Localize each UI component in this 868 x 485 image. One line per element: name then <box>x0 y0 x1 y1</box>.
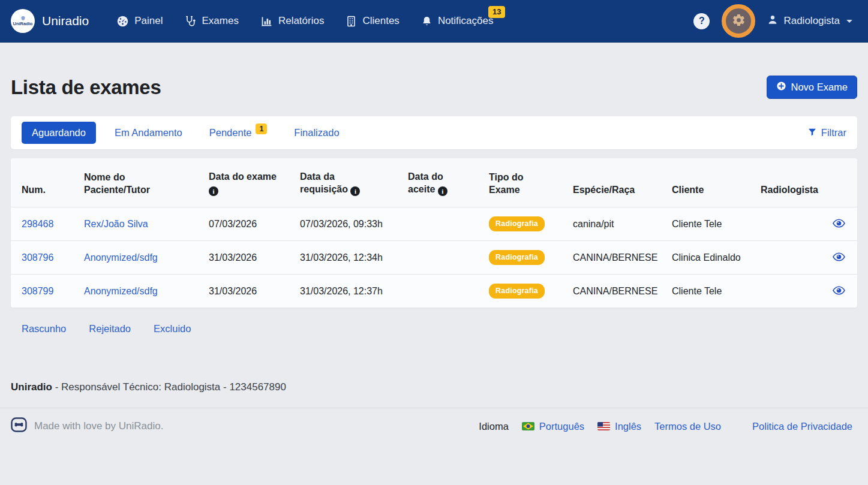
info-icon[interactable]: i <box>438 186 447 196</box>
logo-text: UniRadio <box>13 22 33 26</box>
info-icon[interactable]: i <box>209 186 218 196</box>
client: Cliente Tele <box>661 275 750 308</box>
accept-date <box>397 241 478 275</box>
request-date: 07/03/2026, 09:33h <box>289 207 397 241</box>
page-title: Lista de exames <box>11 76 161 99</box>
nav-label: Painel <box>134 15 163 27</box>
nav-item-relatorios[interactable]: Relatórios <box>260 15 325 28</box>
footer-links: Idioma Português Inglês Termos de Uso Po… <box>479 421 852 432</box>
table-row: 308796 Anonymized/sdfg 31/03/2026 31/03/… <box>11 241 857 275</box>
privacy-policy-link[interactable]: Politica de Privacidade <box>752 421 852 432</box>
table-header-row: Num. Nome do Paciente/Tutor Data do exam… <box>11 158 857 207</box>
filter-button[interactable]: Filtrar <box>807 127 846 139</box>
nav-label: Clientes <box>362 15 399 27</box>
eye-icon <box>833 221 845 230</box>
exam-number-link[interactable]: 308799 <box>22 286 53 296</box>
nav-label: Exames <box>202 15 238 27</box>
accept-date <box>397 275 478 308</box>
radiologist <box>750 275 827 308</box>
brand-name: Uniradio <box>42 14 89 28</box>
col-radiologist: Radiologista <box>750 158 827 207</box>
stethoscope-icon <box>184 15 196 28</box>
top-navbar: UniRadio Uniradio Painel Exames Relatóri… <box>0 0 868 43</box>
exam-type-badge: Radiografia <box>489 284 545 299</box>
new-exam-label: Novo Exame <box>791 82 848 93</box>
view-exam-button[interactable] <box>830 284 848 299</box>
species-breed: canina/pit <box>562 207 661 241</box>
radiologist <box>750 207 827 241</box>
nav-item-notificacoes[interactable]: Notificações 13 <box>421 15 494 28</box>
view-exam-button[interactable] <box>830 250 848 266</box>
help-button[interactable]: ? <box>693 13 710 29</box>
request-date: 31/03/2026, 12:37h <box>289 275 397 308</box>
terms-of-use-link[interactable]: Termos de Uso <box>654 421 721 432</box>
technical-responsible-line: Uniradio - Responsável Técnico: Radiolog… <box>11 381 857 393</box>
page-header: Lista de exames Novo Exame <box>11 76 857 99</box>
us-flag-icon <box>597 422 610 430</box>
bone-badge-icon <box>11 417 27 435</box>
nav-item-clientes[interactable]: Clientes <box>346 15 399 28</box>
exam-date: 31/03/2026 <box>198 241 289 275</box>
exam-number-link[interactable]: 298468 <box>22 219 53 229</box>
exam-number-link[interactable]: 308796 <box>22 252 53 263</box>
filter-label: Filtrar <box>821 127 846 138</box>
view-exam-button[interactable] <box>830 216 848 232</box>
tab-finalizado[interactable]: Finalizado <box>286 122 347 144</box>
notifications-count-badge: 13 <box>488 6 505 18</box>
eye-icon <box>833 254 845 263</box>
language-link-label: Português <box>539 421 584 432</box>
language-ingles[interactable]: Inglês <box>597 421 641 432</box>
bell-icon <box>421 15 433 28</box>
tech-info: - Responsável Técnico: Radiologista - 12… <box>52 381 286 393</box>
link-rascunho[interactable]: Rascunho <box>22 323 66 335</box>
tab-aguardando[interactable]: Aguardando <box>22 122 96 144</box>
radiologist <box>750 241 827 275</box>
accept-date <box>397 207 478 241</box>
user-menu[interactable]: Radiologista <box>767 14 852 28</box>
tab-label: Finalizado <box>294 127 339 138</box>
uniradio-logo-icon: UniRadio <box>11 9 35 33</box>
patient-link[interactable]: Anonymized/sdfg <box>84 252 158 263</box>
pendente-count-badge: 1 <box>256 123 267 134</box>
nav-item-painel[interactable]: Painel <box>116 15 163 28</box>
link-rejeitado[interactable]: Rejeitado <box>89 323 131 335</box>
col-client: Cliente <box>661 158 750 207</box>
table-row: 308799 Anonymized/sdfg 31/03/2026 31/03/… <box>11 275 857 308</box>
tab-label: Pendente <box>209 127 252 138</box>
navbar-right: ? Radiologista <box>693 4 852 38</box>
nav-label: Relatórios <box>278 15 325 27</box>
bar-chart-icon <box>260 15 273 28</box>
speedometer-icon <box>116 15 129 28</box>
exam-table-card: Num. Nome do Paciente/Tutor Data do exam… <box>11 158 857 308</box>
shield-icon <box>20 16 26 21</box>
patient-link[interactable]: Rex/João Silva <box>84 219 148 229</box>
tab-em-andamento[interactable]: Em Andamento <box>106 122 191 144</box>
col-label: Data do exame <box>209 171 277 182</box>
language-label: Idioma <box>479 421 509 432</box>
person-icon <box>767 14 778 28</box>
request-date: 31/03/2026, 12:34h <box>289 241 397 275</box>
table-row: 298468 Rex/João Silva 07/03/2026 07/03/2… <box>11 207 857 241</box>
col-species: Espécie/Raça <box>562 158 661 207</box>
link-excluido[interactable]: Excluido <box>154 323 191 335</box>
nav-label: Notificações <box>438 15 494 27</box>
settings-button[interactable] <box>722 4 755 38</box>
col-exam-type: Tipo do Exame <box>478 158 562 207</box>
tab-label: Em Andamento <box>115 127 182 138</box>
nav-item-exames[interactable]: Exames <box>184 15 238 28</box>
user-name: Radiologista <box>783 15 840 27</box>
made-with-text: Made with love by UniRadio. <box>34 420 163 432</box>
brand[interactable]: UniRadio Uniradio <box>11 9 89 33</box>
secondary-status-links: Rascunho Rejeitado Excluido <box>11 323 857 335</box>
patient-link[interactable]: Anonymized/sdfg <box>84 286 158 296</box>
brazil-flag-icon <box>522 422 534 430</box>
exam-type-badge: Radiografia <box>489 216 545 231</box>
main-nav: Painel Exames Relatórios Clientes Notifi… <box>116 15 493 28</box>
question-icon: ? <box>699 16 705 26</box>
status-tabs-card: Aguardando Em Andamento Pendente1 Finali… <box>11 116 857 149</box>
info-icon[interactable]: i <box>350 186 360 196</box>
language-portugues[interactable]: Português <box>522 421 584 432</box>
col-accept-date: Data do aceite i <box>397 158 478 207</box>
new-exam-button[interactable]: Novo Exame <box>767 76 857 99</box>
tab-pendente[interactable]: Pendente1 <box>201 122 276 144</box>
